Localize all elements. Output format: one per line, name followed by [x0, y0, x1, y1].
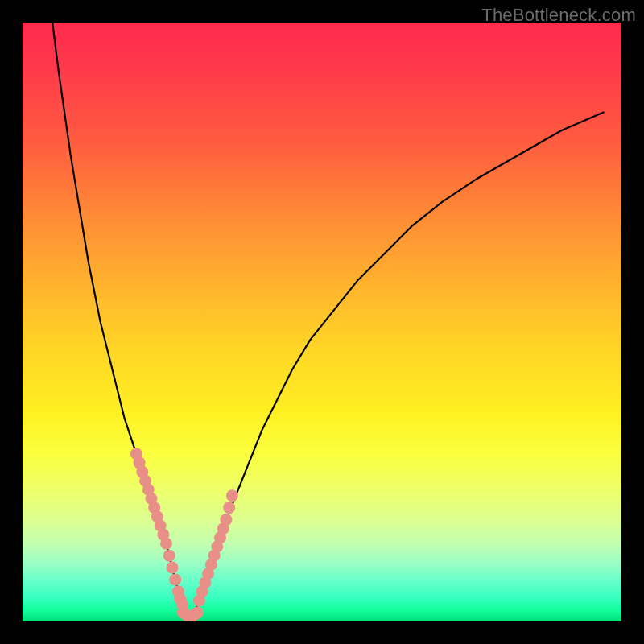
data-dot: [217, 522, 229, 535]
data-dot: [169, 573, 181, 585]
data-dot: [148, 502, 160, 514]
data-dot: [177, 606, 189, 618]
data-dot: [174, 592, 186, 605]
data-dot: [182, 610, 194, 621]
data-dot: [226, 489, 238, 502]
data-dot: [136, 466, 148, 478]
data-dot: [167, 562, 179, 574]
data-dot: [151, 510, 163, 522]
data-dot: [157, 529, 169, 541]
chart-plot-area: [23, 23, 621, 621]
data-dot: [202, 568, 214, 580]
data-dot: [208, 550, 221, 562]
data-dot: [160, 538, 172, 550]
data-dot: [184, 611, 196, 621]
data-dot: [205, 559, 217, 571]
data-dot: [193, 594, 205, 606]
data-dot: [211, 541, 223, 553]
data-dot: [145, 493, 157, 505]
data-dot: [130, 448, 142, 460]
data-dot: [223, 502, 235, 514]
data-dot: [180, 609, 192, 621]
data-dot: [187, 610, 199, 621]
data-dot: [199, 576, 211, 588]
data-dot: [172, 585, 184, 597]
watermark-label: TheBottleneck.com: [481, 5, 636, 26]
chart-svg-layer: [23, 23, 621, 621]
data-dot: [134, 456, 146, 469]
data-dot: [139, 475, 151, 487]
data-dot: [192, 606, 204, 618]
data-dot: [176, 599, 188, 611]
chart-frame: TheBottleneck.com: [0, 0, 644, 644]
curve-curve-left: [52, 23, 190, 618]
data-dot: [189, 609, 201, 621]
data-dot: [220, 514, 232, 526]
data-dot: [142, 484, 155, 496]
curve-curve-right: [190, 113, 603, 619]
data-dot: [163, 550, 175, 562]
data-dot: [196, 585, 208, 597]
data-dot: [155, 519, 167, 531]
data-dot: [214, 531, 226, 543]
